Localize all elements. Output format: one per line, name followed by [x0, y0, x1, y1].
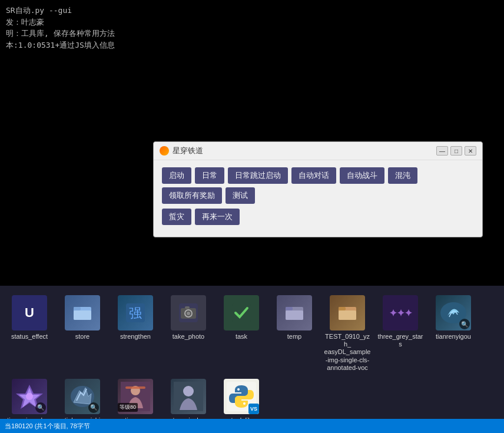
close-button[interactable]: ✕ — [465, 146, 476, 156]
file-icon-temp[interactable]: temp — [268, 292, 321, 375]
sneak-button[interactable]: 蜇灾 — [162, 209, 191, 225]
file-icon-test-0910[interactable]: TEST_0910_yzh_easyDL_sample-img-single-c… — [321, 292, 374, 375]
file-icons-container: U status_effect store 强 strengthen — [0, 286, 504, 433]
svg-point-8 — [187, 312, 190, 315]
magnifier-overlay-2: 🔍 — [35, 402, 46, 413]
svg-point-26 — [183, 386, 194, 396]
terminal-line-1: SR自动.py --gui — [6, 5, 498, 16]
take-photo-label: take_photo — [173, 333, 204, 341]
task-label: task — [236, 333, 247, 341]
svg-text:强: 强 — [129, 306, 142, 320]
daily-skip-start-button[interactable]: 日常跳过启动 — [228, 167, 288, 184]
status-text: 当180120 (共1个项目, 78字节 — [5, 422, 90, 431]
get-rewards-button[interactable]: 领取所有奖励 — [162, 187, 222, 204]
store-icon — [65, 295, 100, 330]
temp-icon — [277, 295, 312, 330]
file-icon-tianrenyigou[interactable]: 🔍 tianrenyigou — [427, 292, 480, 375]
dialog-buttons-row2: 蜇灾 再来一次 — [162, 209, 474, 225]
maximize-button[interactable]: □ — [450, 146, 462, 156]
svg-rect-1 — [74, 310, 91, 320]
svg-rect-24 — [125, 386, 145, 389]
svg-rect-12 — [286, 310, 303, 320]
svg-rect-16 — [339, 307, 346, 310]
status-effect-icon: U — [12, 295, 47, 330]
terminal-line-4: 明：工具库, 保存各种常用方法 — [6, 28, 498, 39]
test-0910-label: TEST_0910_yzh_easyDL_sample-img-single-c… — [324, 333, 371, 372]
strengthen-label: strengthen — [120, 333, 151, 341]
status-effect-label: status_effect — [11, 333, 48, 341]
dialog-buttons-row1: 启动 日常 日常跳过启动 自动对话 自动战斗 混沌 领取所有奖励 测试 — [162, 167, 474, 204]
magnifier-overlay-1: 🔍 — [459, 319, 470, 329]
dialog-title-text: 星穿铁道 — [173, 146, 203, 156]
three-grey-stars-icon: ✦✦✦ — [383, 295, 418, 330]
temp-label: temp — [287, 333, 301, 341]
svg-rect-15 — [339, 310, 356, 320]
magnifier-overlay-3: 🔍 — [88, 402, 99, 413]
tielangsuichi-icon: 🔍 — [65, 379, 100, 414]
tongxiezhu-icon — [171, 379, 206, 414]
three-grey-stars-label: three_grey_stars — [377, 333, 424, 348]
dialog-titlebar: 星穿铁道 — □ ✕ — [154, 142, 482, 160]
minimize-button[interactable]: — — [436, 146, 448, 156]
svg-rect-2 — [74, 307, 81, 310]
level-badge: 等级80 — [118, 403, 138, 412]
svg-rect-13 — [286, 307, 293, 310]
file-icon-task[interactable]: task — [215, 292, 268, 375]
file-icon-strengthen[interactable]: 强 strengthen — [109, 292, 162, 375]
strengthen-icon: 强 — [118, 295, 153, 330]
file-icon-take-photo[interactable]: take_photo — [162, 292, 215, 375]
daily-button[interactable]: 日常 — [195, 167, 224, 184]
auto-dialog-button[interactable]: 自动对话 — [291, 167, 336, 184]
store-label: store — [75, 333, 89, 341]
tool-lib-icon: VS — [224, 379, 259, 414]
svg-point-29 — [243, 402, 246, 405]
take-photo-icon — [171, 295, 206, 330]
mix-button[interactable]: 混沌 — [388, 167, 417, 184]
file-icon-three-grey-stars[interactable]: ✦✦✦ three_grey_stars — [374, 292, 427, 375]
test-0910-icon — [330, 295, 365, 330]
dialog-title-left: 星穿铁道 — [160, 146, 203, 156]
auto-battle-button[interactable]: 自动战斗 — [340, 167, 384, 184]
star-rail-dialog: 星穿铁道 — □ ✕ 启动 日常 日常跳过启动 自动对话 自动战斗 混沌 领取所… — [153, 141, 483, 237]
test-button[interactable]: 测试 — [226, 187, 255, 204]
tingyun-icon: 等级80 — [118, 379, 153, 414]
again-button[interactable]: 再来一次 — [195, 209, 240, 225]
terminal-line-3: 发：叶志豪 — [6, 16, 498, 28]
tianwaiyuezhang-icon: 🔍 — [12, 379, 47, 414]
icons-grid: U status_effect store 强 strengthen — [3, 292, 501, 433]
terminal-line-5: 本:1.0:0531+通过JS填入信息 — [6, 39, 498, 51]
svg-point-28 — [237, 388, 240, 391]
file-icon-store[interactable]: store — [56, 292, 109, 375]
tianrenyigou-label: tianrenyigou — [436, 333, 471, 341]
file-icon-status-effect[interactable]: U status_effect — [3, 292, 56, 375]
svg-rect-9 — [185, 306, 190, 309]
task-icon — [224, 295, 259, 330]
tianrenyigou-icon: 🔍 — [436, 295, 471, 330]
star-rail-icon — [160, 146, 169, 156]
svg-point-20 — [26, 393, 33, 400]
dialog-body: 启动 日常 日常跳过启动 自动对话 自动战斗 混沌 领取所有奖励 测试 蜇灾 再… — [154, 160, 482, 237]
status-bar: 当180120 (共1个项目, 78字节 — [0, 419, 504, 433]
start-button[interactable]: 启动 — [162, 167, 191, 184]
dialog-controls: — □ ✕ — [436, 146, 476, 156]
